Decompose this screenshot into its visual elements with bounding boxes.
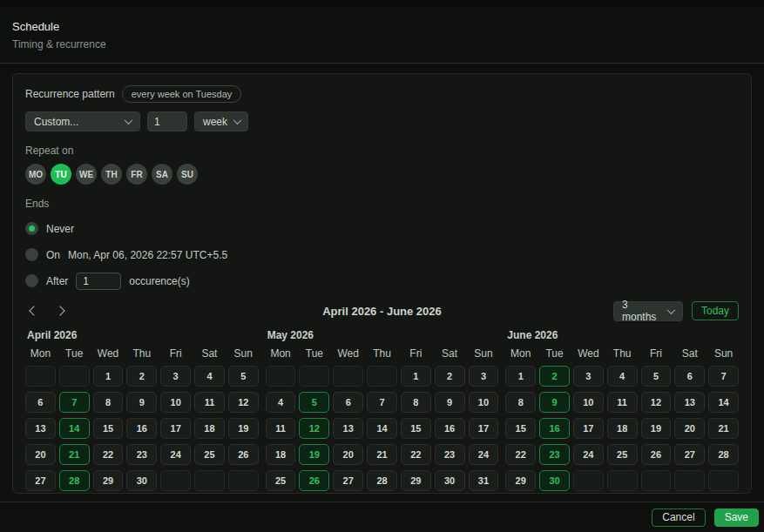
calendar-day[interactable]: 24: [573, 444, 604, 465]
calendar-day[interactable]: 13: [25, 418, 56, 439]
calendar-day[interactable]: 20: [674, 418, 705, 439]
calendar-day[interactable]: 28: [708, 444, 739, 465]
calendar-day[interactable]: 2: [126, 366, 157, 387]
calendar-day[interactable]: 31: [469, 470, 499, 491]
calendar-day[interactable]: 2: [435, 366, 465, 387]
calendar-day[interactable]: 30: [126, 470, 157, 491]
calendar-day[interactable]: 16: [435, 418, 465, 439]
view-range-select[interactable]: 3 months: [613, 301, 683, 321]
calendar-day[interactable]: 17: [573, 418, 604, 439]
calendar-day[interactable]: 11: [194, 392, 225, 413]
calendar-day[interactable]: 23: [435, 444, 465, 465]
repeat-day-sa[interactable]: SA: [152, 164, 172, 185]
calendar-day[interactable]: 19: [299, 444, 329, 465]
calendar-day[interactable]: 10: [160, 392, 191, 413]
calendar-day[interactable]: 4: [194, 366, 225, 387]
calendar-day[interactable]: 4: [266, 392, 296, 413]
calendar-day[interactable]: 29: [505, 470, 536, 491]
calendar-day[interactable]: 15: [93, 418, 124, 439]
calendar-day[interactable]: 2: [539, 366, 570, 387]
calendar-day[interactable]: 27: [333, 470, 363, 491]
calendar-day[interactable]: 13: [333, 418, 363, 439]
unit-select[interactable]: week: [194, 111, 248, 131]
prev-period-button[interactable]: [25, 302, 43, 320]
calendar-day[interactable]: 1: [93, 366, 124, 387]
radio-checked-icon[interactable]: [25, 222, 38, 235]
calendar-day[interactable]: 4: [607, 366, 638, 387]
calendar-day[interactable]: 6: [674, 366, 705, 387]
calendar-day[interactable]: 7: [708, 366, 739, 387]
calendar-day[interactable]: 27: [674, 444, 705, 465]
calendar-day[interactable]: 3: [573, 366, 604, 387]
calendar-day[interactable]: 1: [505, 366, 536, 387]
repeat-day-th[interactable]: TH: [101, 164, 122, 185]
calendar-day[interactable]: 7: [59, 392, 90, 413]
calendar-day[interactable]: 17: [160, 418, 191, 439]
calendar-day[interactable]: 29: [93, 470, 124, 491]
calendar-day[interactable]: 30: [435, 470, 465, 491]
calendar-day[interactable]: 3: [160, 366, 191, 387]
calendar-day[interactable]: 27: [25, 470, 56, 491]
calendar-day[interactable]: 22: [505, 444, 536, 465]
calendar-day[interactable]: 23: [126, 444, 157, 465]
calendar-day[interactable]: 12: [228, 392, 259, 413]
calendar-day[interactable]: 28: [59, 470, 90, 491]
calendar-day[interactable]: 10: [469, 392, 499, 413]
calendar-day[interactable]: 15: [505, 418, 536, 439]
calendar-day[interactable]: 30: [539, 470, 570, 491]
calendar-day[interactable]: 25: [194, 444, 225, 465]
calendar-day[interactable]: 18: [266, 444, 296, 465]
calendar-day[interactable]: 20: [333, 444, 363, 465]
calendar-day[interactable]: 7: [367, 392, 397, 413]
calendar-day[interactable]: 11: [266, 418, 296, 439]
calendar-day[interactable]: 24: [160, 444, 191, 465]
calendar-day[interactable]: 15: [401, 418, 431, 439]
calendar-day[interactable]: 8: [93, 392, 124, 413]
calendar-day[interactable]: 21: [367, 444, 397, 465]
repeat-day-su[interactable]: SU: [177, 164, 198, 185]
calendar-day[interactable]: 5: [299, 392, 329, 413]
calendar-day[interactable]: 8: [401, 392, 431, 413]
calendar-day[interactable]: 10: [573, 392, 604, 413]
calendar-day[interactable]: 26: [299, 470, 329, 491]
repeat-day-we[interactable]: WE: [76, 164, 97, 185]
repeat-day-mo[interactable]: MO: [25, 164, 46, 185]
calendar-day[interactable]: 25: [266, 470, 296, 491]
calendar-day[interactable]: 3: [469, 366, 499, 387]
calendar-day[interactable]: 19: [228, 418, 259, 439]
calendar-day[interactable]: 20: [25, 444, 56, 465]
calendar-day[interactable]: 22: [401, 444, 431, 465]
calendar-day[interactable]: 25: [607, 444, 638, 465]
frequency-select[interactable]: Custom...: [25, 111, 140, 131]
calendar-day[interactable]: 19: [641, 418, 672, 439]
ends-never-option[interactable]: Never: [25, 221, 739, 236]
ends-after-option[interactable]: After occurence(s): [25, 273, 739, 288]
calendar-day[interactable]: 8: [505, 392, 536, 413]
repeat-day-tu[interactable]: TU: [51, 164, 71, 185]
calendar-day[interactable]: 24: [469, 444, 499, 465]
calendar-day[interactable]: 17: [469, 418, 499, 439]
repeat-day-fr[interactable]: FR: [126, 164, 147, 185]
calendar-day[interactable]: 14: [708, 392, 739, 413]
calendar-day[interactable]: 16: [126, 418, 157, 439]
calendar-day[interactable]: 5: [228, 366, 259, 387]
calendar-day[interactable]: 12: [299, 418, 329, 439]
radio-icon[interactable]: [25, 274, 38, 287]
calendar-day[interactable]: 21: [708, 418, 739, 439]
radio-icon[interactable]: [25, 248, 38, 261]
calendar-day[interactable]: 9: [126, 392, 157, 413]
calendar-day[interactable]: 9: [435, 392, 465, 413]
calendar-day[interactable]: 16: [539, 418, 570, 439]
calendar-day[interactable]: 1: [401, 366, 431, 387]
calendar-day[interactable]: 18: [194, 418, 225, 439]
save-button[interactable]: Save: [714, 508, 759, 527]
calendar-day[interactable]: 28: [367, 470, 397, 491]
occurrences-input[interactable]: [76, 273, 121, 290]
calendar-day[interactable]: 21: [59, 444, 90, 465]
calendar-day[interactable]: 14: [367, 418, 397, 439]
ends-on-option[interactable]: On Mon, Apr 06, 2026 22:57 UTC+5.5: [25, 247, 739, 262]
calendar-day[interactable]: 12: [641, 392, 672, 413]
cancel-button[interactable]: Cancel: [652, 508, 705, 527]
calendar-day[interactable]: 5: [641, 366, 672, 387]
interval-input[interactable]: [147, 111, 187, 131]
